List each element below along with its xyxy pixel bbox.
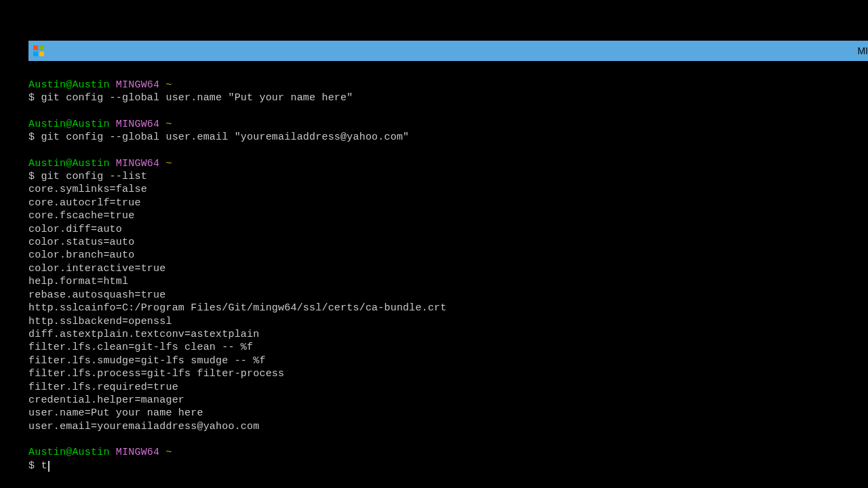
command-block: Austin@Austin MINGW64 ~ $ git config --g… [28,118,868,144]
command-block: Austin@Austin MINGW64 ~ $ t [28,446,868,472]
prompt-path: ~ [165,119,172,130]
output-line: color.interactive=true [28,262,868,275]
prompt-dollar: $ [28,131,41,143]
output-line: user.name=Put your name here [28,407,868,420]
svg-rect-0 [33,45,38,50]
prompt-path: ~ [165,79,172,91]
svg-rect-3 [39,52,44,56]
command-text: git config --global user.name "Put your … [41,92,353,104]
command-text: t [41,460,47,472]
command-text: git config --global user.email "youremai… [41,131,409,143]
command-input-line[interactable]: $ t [28,460,868,472]
prompt-user-host: Austin@Austin [28,447,110,458]
output-line: filter.lfs.clean=git-lfs clean -- %f [28,341,868,354]
prompt-line: Austin@Austin MINGW64 ~ [28,118,868,131]
output-line: core.fscache=true [28,209,868,222]
prompt-dollar: $ [28,92,41,104]
output-line: diff.astextplain.textconv=astextplain [28,328,868,341]
command-block: Austin@Austin MINGW64 ~ $ git config --g… [28,79,868,105]
command-line: $ git config --global user.name "Put you… [28,92,868,104]
output-line: http.sslbackend=openssl [28,315,868,328]
prompt-path: ~ [165,158,172,169]
prompt-env: MINGW64 [116,119,159,130]
prompt-user-host: Austin@Austin [28,158,110,169]
output-line: http.sslcainfo=C:/Program Files/Git/ming… [28,302,868,314]
output-line: color.status=auto [28,236,868,249]
command-line: $ git config --list [28,170,868,183]
prompt-env: MINGW64 [116,158,159,169]
prompt-user-host: Austin@Austin [28,79,110,91]
output-line: color.diff=auto [28,223,868,236]
output-line: filter.lfs.smudge=git-lfs smudge -- %f [28,354,868,367]
prompt-env: MINGW64 [116,447,159,458]
output-line: rebase.autosquash=true [28,289,868,302]
window-title-bar[interactable]: MI [28,41,868,61]
command-text: git config --list [41,171,146,182]
output-line: filter.lfs.required=true [28,381,868,394]
output-line: core.symlinks=false [28,183,868,196]
prompt-line: Austin@Austin MINGW64 ~ [28,157,868,170]
output-line: core.autocrlf=true [28,197,868,209]
prompt-dollar: $ [28,460,41,472]
text-cursor [48,461,50,472]
output-line: filter.lfs.process=git-lfs filter-proces… [28,367,868,380]
command-block: Austin@Austin MINGW64 ~ $ git config --l… [28,157,868,434]
output-line: credential.helper=manager [28,394,868,407]
app-icon [33,45,45,57]
svg-rect-2 [33,52,38,56]
output-line: user.email=youremailaddress@yahoo.com [28,420,868,433]
output-line: color.branch=auto [28,249,868,262]
prompt-line: Austin@Austin MINGW64 ~ [28,79,868,92]
terminal-viewport[interactable]: Austin@Austin MINGW64 ~ $ git config --g… [28,61,868,472]
prompt-user-host: Austin@Austin [28,119,110,130]
prompt-env: MINGW64 [116,79,159,91]
prompt-dollar: $ [28,171,41,182]
command-line: $ git config --global user.email "yourem… [28,131,868,144]
prompt-line: Austin@Austin MINGW64 ~ [28,446,868,459]
output-line: help.format=html [28,275,868,288]
svg-rect-1 [39,45,44,50]
window-title-text: MI [857,45,868,56]
prompt-path: ~ [165,447,172,458]
